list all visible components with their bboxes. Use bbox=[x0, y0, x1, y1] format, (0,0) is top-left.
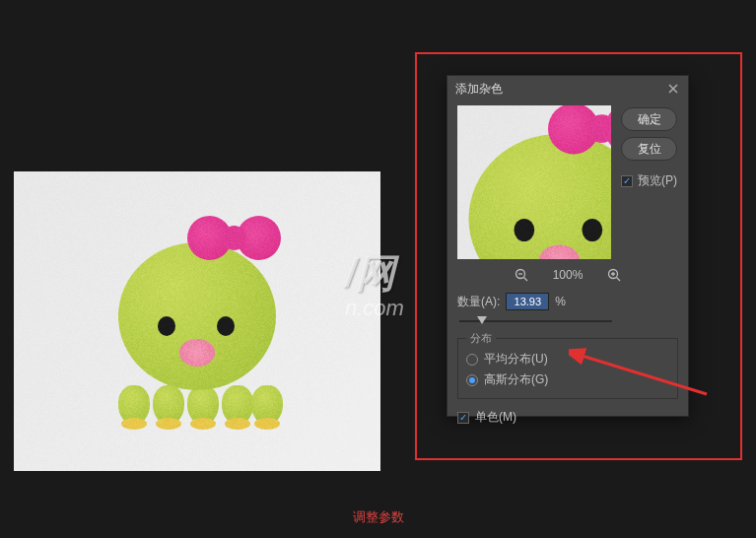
amount-label: 数量(A): bbox=[457, 294, 500, 310]
slider-thumb[interactable] bbox=[477, 316, 487, 324]
amount-slider[interactable] bbox=[459, 314, 612, 328]
watermark-sub: n.com bbox=[345, 296, 404, 321]
reset-button[interactable]: 复位 bbox=[621, 137, 677, 161]
preview-label: 预览(P) bbox=[638, 172, 677, 189]
preview-checkbox[interactable]: ✓ bbox=[621, 175, 633, 187]
distribution-legend: 分布 bbox=[466, 331, 496, 346]
close-icon[interactable] bbox=[666, 82, 680, 96]
dialog-titlebar[interactable]: 添加杂色 bbox=[447, 76, 688, 101]
zoom-percent: 100% bbox=[553, 268, 584, 282]
gaussian-label: 高斯分布(G) bbox=[484, 371, 548, 388]
amount-unit: % bbox=[555, 295, 566, 308]
ok-button[interactable]: 确定 bbox=[621, 107, 677, 131]
zoom-out-icon[interactable] bbox=[514, 267, 529, 283]
amount-input[interactable] bbox=[506, 293, 549, 310]
canvas-preview bbox=[14, 171, 380, 471]
uniform-radio[interactable] bbox=[466, 354, 478, 366]
monochrome-label: 单色(M) bbox=[475, 409, 516, 426]
distribution-group: 分布 平均分布(U) 高斯分布(G) bbox=[457, 338, 678, 399]
zoom-in-icon[interactable] bbox=[606, 267, 622, 283]
annotation-text: 调整参数 bbox=[0, 508, 756, 526]
monochrome-checkbox[interactable]: ✓ bbox=[457, 412, 469, 424]
filter-preview[interactable] bbox=[457, 105, 611, 259]
uniform-label: 平均分布(U) bbox=[484, 351, 548, 368]
dialog-title: 添加杂色 bbox=[455, 81, 503, 98]
add-noise-dialog: 添加杂色 bbox=[447, 75, 689, 417]
gaussian-radio[interactable] bbox=[466, 374, 478, 386]
